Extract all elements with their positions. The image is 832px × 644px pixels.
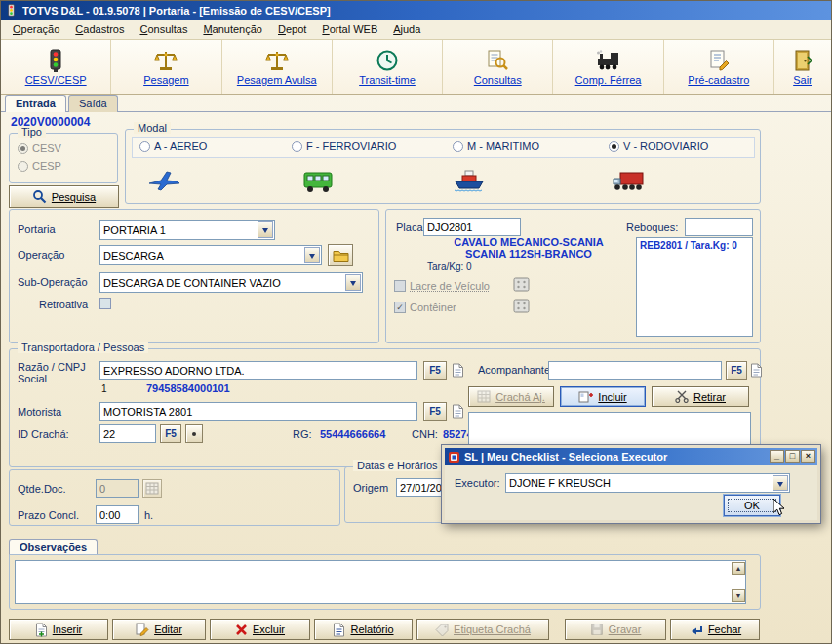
menu-portal-web[interactable]: Portal WEB (314, 20, 385, 38)
suboperacao-select[interactable]: DESCARGA DE CONTAINER VAZIO (99, 272, 363, 293)
reboque-list-item[interactable]: REB2801 / Tara.Kg: 0 (637, 238, 752, 253)
menu-ajuda[interactable]: Ajuda (385, 20, 428, 38)
menu-depot[interactable]: Depot (270, 20, 314, 38)
toolbar-cesv-cesp[interactable]: CESV/CESP (1, 40, 111, 94)
dropdown-arrow-icon (304, 247, 320, 263)
editar-button[interactable]: Editar (112, 619, 206, 640)
suboperacao-value: DESCARGA DE CONTAINER VAZIO (103, 277, 281, 289)
dialog-title-bar: SL | Meu Checklist - Seleciona Executor … (445, 448, 817, 465)
observacoes-textarea[interactable] (15, 560, 746, 604)
scroll-up-button[interactable]: ▲ (732, 562, 745, 575)
radio-rodoviario[interactable]: V - RODOVIARIO (609, 141, 708, 152)
relatorio-button[interactable]: Relatório (314, 619, 413, 640)
radio-aereo[interactable]: A - AEREO (139, 141, 207, 152)
motorista-input[interactable] (99, 402, 417, 421)
radio-ferroviario[interactable]: F - FERROVIARIO (292, 141, 396, 152)
dropdown-arrow-icon (258, 221, 273, 238)
menu-consultas[interactable]: Consultas (132, 20, 195, 38)
app-window: TOTVS D&L - 01.9.5078 | Portaria - [Emis… (0, 0, 832, 644)
dot-icon (192, 432, 196, 436)
toolbar-consultas[interactable]: Consultas (443, 40, 553, 94)
edit-pencil-icon (136, 623, 149, 636)
ok-button-label: OK (744, 500, 760, 511)
excluir-button[interactable]: Excluir (210, 619, 310, 640)
traffic-light-icon (45, 49, 66, 72)
placa-label: Placa (396, 221, 423, 233)
toolbar-comp-ferrea[interactable]: Comp. Férrea (553, 40, 663, 94)
incluir-button[interactable]: Incluir (560, 386, 646, 407)
tara-label: Tara/Kg: 0 (427, 262, 472, 272)
razao-input[interactable] (99, 361, 417, 380)
razao-f5-button[interactable]: F5 (423, 361, 447, 380)
f5-label: F5 (731, 365, 742, 376)
retroativa-checkbox[interactable] (99, 298, 111, 309)
traffic-light-icon (5, 4, 18, 18)
mouse-cursor (773, 498, 785, 517)
scroll-down-button[interactable]: ▼ (732, 589, 745, 602)
lacre-checkbox-row: Lacre de Veículo (394, 280, 490, 292)
portaria-select[interactable]: PORTARIA 1 (99, 220, 275, 240)
clock-icon (376, 49, 399, 72)
executor-select[interactable]: DJONE F KREUSCH (505, 473, 790, 493)
search-document-icon (486, 49, 509, 72)
id-cracha-label: ID Crachá: (18, 428, 69, 440)
portaria-label: Portaria (18, 223, 56, 235)
fechar-button[interactable]: Fechar (670, 619, 760, 640)
menu-operacao[interactable]: Operação (5, 20, 67, 38)
tab-observacoes[interactable]: Observações (9, 539, 98, 555)
reboques-listbox: REB2801 / Tara.Kg: 0 (636, 237, 753, 337)
close-icon[interactable]: × (801, 450, 815, 463)
cnpj-value: 79458584000101 (146, 382, 230, 394)
tab-saida[interactable]: Saída (68, 95, 118, 112)
dialog-window-controls: _ □ × (770, 450, 815, 463)
ferroviario-radio-label: F - FERROVIARIO (306, 141, 396, 152)
truck-icon (612, 169, 645, 194)
dropdown-arrow-icon (345, 274, 361, 291)
gravar-button: Gravar (565, 619, 666, 640)
id-cracha-f5-button[interactable]: F5 (160, 424, 181, 443)
acompanhantes-input[interactable] (548, 361, 722, 380)
retirar-button[interactable]: Retirar (652, 386, 749, 407)
toolbar-pesagem[interactable]: Pesagem (111, 40, 221, 94)
tipo-group: Tipo CESV CESP (9, 133, 118, 183)
new-document-icon (35, 623, 48, 637)
toolbar-pesagem-avulsa[interactable]: Pesagem Avulsa (222, 40, 333, 94)
pesquisa-button[interactable]: Pesquisa (9, 185, 119, 208)
toolbar-transit-time[interactable]: Transit-time (333, 40, 443, 94)
cesp-radio-icon (18, 161, 28, 172)
editar-label: Editar (154, 624, 182, 635)
toolbar-label: Pré-cadastro (688, 74, 749, 86)
tab-entrada[interactable]: Entrada (5, 95, 66, 112)
acompanhantes-f5-button[interactable]: F5 (726, 361, 747, 380)
observacoes-group: ▲ ▼ (9, 554, 761, 610)
rodoviario-radio-label: V - RODOVIARIO (623, 141, 708, 152)
operacao-select[interactable]: DESCARGA (99, 245, 322, 265)
radio-maritimo[interactable]: M - MARITIMO (453, 141, 539, 152)
veiculo-group: Placa Reboques: CAVALO MECANICO-SCANIA S… (385, 209, 761, 343)
document-icon[interactable] (452, 363, 464, 378)
dropdown-arrow-icon (773, 475, 788, 491)
prazo-concl-input[interactable] (96, 505, 139, 524)
cracha-aj-label: Crachá Aj. (495, 391, 545, 403)
document-icon[interactable] (452, 404, 464, 419)
id-cracha-extra-button[interactable] (185, 424, 203, 443)
razao-seq: 1 (101, 383, 107, 394)
inserir-button[interactable]: Inserir (9, 619, 108, 640)
maximize-icon[interactable]: □ (785, 450, 800, 463)
motorista-f5-button[interactable]: F5 (423, 402, 447, 421)
checklist-dialog: SL | Meu Checklist - Seleciona Executor … (442, 445, 820, 523)
toolbar-sair[interactable]: Sair (774, 40, 831, 94)
maritimo-radio-icon (453, 141, 463, 152)
toolbar-pre-cadastro[interactable]: Pré-cadastro (664, 40, 774, 94)
inserir-label: Inserir (53, 624, 83, 635)
menu-cadastros[interactable]: Cadastros (67, 20, 132, 38)
menu-manutencao[interactable]: Manutenção (195, 20, 270, 38)
origem-label: Origem (353, 482, 388, 494)
id-cracha-input[interactable] (99, 424, 156, 443)
placa-input[interactable] (423, 218, 521, 236)
operacao-lookup-button[interactable] (328, 244, 353, 266)
document-icon[interactable] (750, 363, 763, 378)
reboques-input[interactable] (685, 218, 753, 236)
minimize-icon[interactable]: _ (770, 450, 784, 463)
operacao-value: DESCARGA (103, 250, 164, 262)
